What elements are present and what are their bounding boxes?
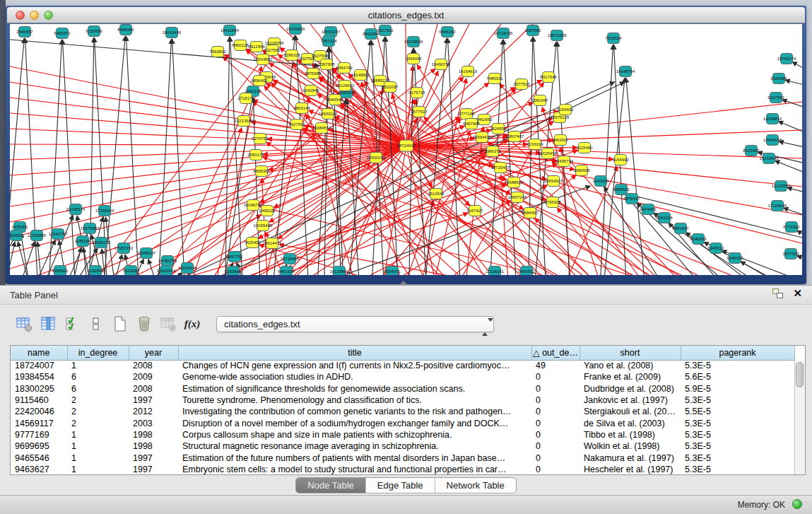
table-cell[interactable]: Hescheler et al. (1997): [579, 464, 681, 475]
table-cell[interactable]: 2009: [129, 371, 178, 382]
table-cell[interactable]: Corpus callosum shape and size in male p…: [178, 429, 531, 440]
close-window-button[interactable]: [16, 11, 25, 20]
column-header-out_de[interactable]: △ out_de…: [531, 346, 579, 360]
column-header-name[interactable]: name: [11, 346, 67, 360]
scrollbar-thumb[interactable]: [796, 362, 804, 387]
column-visibility-icon[interactable]: [38, 314, 58, 334]
table-cell[interactable]: 0: [531, 383, 579, 395]
table-cell[interactable]: 2: [67, 417, 129, 428]
table-cell[interactable]: Nakamura et al. (1997): [579, 452, 681, 463]
tab-network-table[interactable]: Network Table: [435, 478, 516, 493]
table-cell[interactable]: 5.3E-5: [681, 464, 794, 475]
table-row[interactable]: 1830029562008Estimation of significance …: [11, 383, 794, 395]
table-cell[interactable]: 2008: [129, 383, 178, 395]
minimize-window-button[interactable]: [30, 11, 39, 20]
citation-network-graph[interactable]: 2540557540557291506598994060206914061641…: [10, 24, 802, 275]
table-cell[interactable]: 9465546: [11, 452, 67, 463]
window-titlebar[interactable]: citations_edges.txt: [7, 7, 805, 23]
table-cell[interactable]: 5.3E-5: [681, 440, 794, 452]
table-cell[interactable]: 5.3E-5: [681, 429, 794, 440]
table-cell[interactable]: 0: [531, 417, 579, 428]
table-cell[interactable]: 5.3E-5: [681, 417, 794, 428]
table-row[interactable]: 946554611997Estimation of the future num…: [11, 452, 794, 463]
table-cell[interactable]: 0: [531, 371, 579, 382]
table-cell[interactable]: 5.3E-5: [681, 395, 794, 406]
table-row[interactable]: 2242004622012Investigating the contribut…: [11, 406, 794, 417]
table-cell[interactable]: 1997: [129, 464, 178, 475]
table-cell[interactable]: 18724007: [11, 360, 67, 371]
network-canvas[interactable]: 2540557540557291506598994060206914061641…: [10, 24, 802, 275]
table-cell[interactable]: Structural magnetic resonance image aver…: [178, 440, 531, 452]
table-cell[interactable]: 2: [67, 406, 129, 417]
table-cell[interactable]: 18300295: [11, 383, 67, 395]
table-cell[interactable]: 5.5E-5: [681, 406, 794, 417]
table-cell[interactable]: 1: [67, 440, 129, 452]
table-cell[interactable]: 0: [531, 440, 579, 452]
table-row[interactable]: 1456911722003Disruption of a novel membe…: [11, 417, 794, 428]
table-cell[interactable]: 2: [67, 395, 129, 406]
table-cell[interactable]: 5.3E-5: [681, 360, 794, 371]
table-cell[interactable]: Franke et al. (2009): [579, 371, 681, 382]
table-row[interactable]: 946362711997Embryonic stem cells: a mode…: [11, 464, 794, 475]
split-divider-handle[interactable]: [400, 281, 407, 284]
tab-node-table[interactable]: Node Table: [296, 478, 366, 493]
table-cell[interactable]: 9463627: [11, 464, 67, 475]
table-cell[interactable]: Wolkin et al. (1998): [579, 440, 681, 452]
table-cell[interactable]: 22420046: [11, 406, 67, 417]
table-cell[interactable]: 6: [67, 371, 129, 382]
table-row[interactable]: 911546021997Tourette syndrome. Phenomeno…: [11, 395, 794, 406]
table-cell[interactable]: 49: [531, 360, 579, 371]
table-cell[interactable]: Embryonic stem cells: a model to study s…: [178, 464, 531, 475]
table-row[interactable]: 977716911998Corpus callosum shape and si…: [11, 429, 794, 440]
table-cell[interactable]: Tourette syndrome. Phenomenology and cla…: [178, 395, 531, 406]
table-cell[interactable]: 1998: [129, 429, 178, 440]
table-cell[interactable]: Stergiakouli et al. (2012): [579, 406, 681, 417]
table-cell[interactable]: 1: [67, 464, 129, 475]
table-cell[interactable]: 5.6E-5: [681, 371, 794, 382]
table-cell[interactable]: 1997: [129, 395, 178, 406]
table-cell[interactable]: Dudbridge et al. (2008): [579, 383, 681, 395]
table-cell[interactable]: Disruption of a novel member of a sodium…: [178, 417, 531, 428]
float-panel-icon[interactable]: [772, 288, 783, 298]
row-select-icon[interactable]: [62, 314, 82, 334]
table-cell[interactable]: de Silva et al. (2003): [579, 417, 681, 428]
column-header-year[interactable]: year: [129, 346, 178, 360]
table-cell[interactable]: 0: [531, 429, 579, 440]
table-row[interactable]: 1938455462009Genome-wide association stu…: [11, 371, 794, 382]
table-cell[interactable]: Jankovic et al. (1997): [579, 395, 681, 406]
table-cell[interactable]: 0: [531, 452, 579, 463]
table-row[interactable]: 1872400712008Changes of HCN gene express…: [11, 360, 794, 371]
column-header-title[interactable]: title: [178, 346, 531, 360]
tab-edge-table[interactable]: Edge Table: [366, 478, 435, 493]
delete-table-icon[interactable]: [134, 314, 154, 334]
table-cell[interactable]: 0: [531, 464, 579, 475]
table-cell[interactable]: 9115460: [11, 395, 67, 406]
table-cell[interactable]: Changes of HCN gene expression and I(f) …: [178, 360, 531, 371]
table-cell[interactable]: Yano et al. (2008): [579, 360, 681, 371]
table-row[interactable]: 969969511998Structural magnetic resonanc…: [11, 440, 794, 452]
table-cell[interactable]: 1: [67, 429, 129, 440]
table-cell[interactable]: 19384554: [11, 371, 67, 382]
table-cell[interactable]: Investigating the contribution of common…: [178, 406, 531, 417]
table-cell[interactable]: 1: [67, 360, 129, 371]
new-table-icon[interactable]: [110, 314, 130, 334]
column-header-short[interactable]: short: [579, 346, 681, 360]
table-cell[interactable]: 5.3E-5: [681, 452, 794, 463]
close-panel-icon[interactable]: ✕: [793, 288, 802, 298]
column-header-pagerank[interactable]: pagerank: [681, 346, 794, 360]
table-cell[interactable]: 0: [531, 406, 579, 417]
column-stack-icon[interactable]: [86, 314, 106, 334]
zoom-window-button[interactable]: [44, 11, 53, 20]
table-cell[interactable]: Genome-wide association studies in ADHD.: [178, 371, 531, 382]
memory-status-indicator[interactable]: [792, 499, 802, 509]
table-cell[interactable]: 2008: [129, 360, 178, 371]
table-cell[interactable]: 1998: [129, 440, 178, 452]
table-cell[interactable]: 14569117: [11, 417, 67, 428]
table-cell[interactable]: 2012: [129, 406, 178, 417]
function-builder-icon[interactable]: f(x): [182, 314, 202, 334]
column-header-in_degree[interactable]: in_degree: [67, 346, 129, 360]
table-cell[interactable]: 9699695: [11, 440, 67, 452]
table-cell[interactable]: Estimation of significance thresholds fo…: [178, 383, 531, 395]
table-cell[interactable]: 9777169: [11, 429, 67, 440]
table-cell[interactable]: 0: [531, 395, 579, 406]
